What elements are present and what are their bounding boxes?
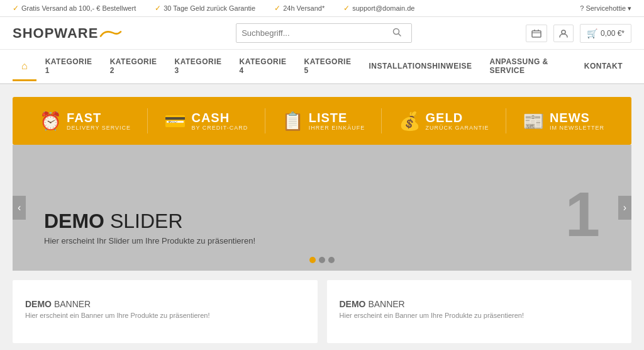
feature-liste-sub: IHRER EINKÄUFE bbox=[309, 125, 365, 131]
nav-item-0[interactable]: KATEGORIE 1 bbox=[36, 50, 101, 84]
banner-2-title-bold: DEMO bbox=[340, 299, 366, 309]
top-bar-label-4: support@domain.de bbox=[352, 4, 414, 12]
cart-icon: 🛒 bbox=[587, 28, 597, 38]
banner-1: DEMO BANNER Hier erscheint ein Banner um… bbox=[13, 280, 318, 343]
check-icon-4: ✓ bbox=[343, 4, 350, 13]
nav-item-3[interactable]: KATEGORIE 4 bbox=[231, 50, 296, 84]
divider-3 bbox=[381, 108, 382, 133]
check-icon-1: ✓ bbox=[13, 4, 19, 13]
divider-2 bbox=[265, 108, 265, 133]
nav-item-7[interactable]: KONTAKT bbox=[575, 54, 631, 80]
feature-geld: 💰 GELD ZURÜCK GARANTIE bbox=[399, 111, 489, 132]
top-bar-item-1: ✓ Gratis Versand ab 100,- € Bestellwert bbox=[13, 4, 136, 13]
feature-news-title: NEWS bbox=[550, 111, 604, 125]
slider-title-light: SLIDER bbox=[104, 210, 182, 232]
banner-1-title: DEMO BANNER bbox=[25, 299, 305, 309]
account-button[interactable] bbox=[553, 25, 574, 42]
feature-fast-sub: DELIVERY SERVICE bbox=[67, 125, 131, 131]
feature-fast-text: FAST DELIVERY SERVICE bbox=[67, 111, 131, 131]
main-content: ⏰ FAST DELIVERY SERVICE 💳 CASH BY CREDIT… bbox=[0, 84, 644, 350]
navigation: ⌂ KATEGORIE 1 KATEGORIE 2 KATEGORIE 3 KA… bbox=[0, 50, 644, 84]
feature-liste: 📋 LISTE IHRER EINKÄUFE bbox=[282, 111, 365, 132]
slider-text: DEMO SLIDER Hier erscheint Ihr Slider um… bbox=[44, 210, 255, 246]
account-link[interactable]: ? Servicehottie ▾ bbox=[580, 4, 631, 13]
news-icon: 📰 bbox=[523, 111, 545, 132]
slider-content: DEMO SLIDER Hier erscheint Ihr Slider um… bbox=[13, 145, 631, 271]
feature-liste-text: LISTE IHRER EINKÄUFE bbox=[309, 111, 365, 131]
banner-2-subtitle: Hier erscheint ein Banner um Ihre Produk… bbox=[340, 312, 619, 319]
logo-text: SHOPWARE bbox=[13, 25, 98, 42]
header: SHOPWARE bbox=[0, 17, 644, 50]
feature-geld-title: GELD bbox=[426, 111, 489, 125]
slider-next-button[interactable]: › bbox=[618, 196, 631, 220]
feature-news-sub: IM NEWSLETTER bbox=[550, 125, 604, 131]
top-bar-item-4: ✓ support@domain.de bbox=[343, 4, 414, 13]
search-input[interactable] bbox=[242, 24, 392, 42]
slider-number: 1 bbox=[565, 183, 600, 246]
feature-news-text: NEWS IM NEWSLETTER bbox=[550, 111, 604, 131]
banner-2-title: DEMO BANNER bbox=[340, 299, 619, 309]
banner-2-title-light: BANNER bbox=[366, 299, 405, 309]
nav-home[interactable]: ⌂ bbox=[13, 53, 36, 81]
money-icon: 💰 bbox=[399, 111, 421, 132]
banner-1-title-bold: DEMO bbox=[25, 299, 52, 309]
top-bar-label-3: 24h Versand* bbox=[283, 4, 325, 12]
svg-point-6 bbox=[562, 30, 565, 34]
slider-subtitle: Hier erscheint Ihr Slider um Ihre Produk… bbox=[44, 236, 255, 246]
feature-liste-title: LISTE bbox=[309, 111, 365, 125]
banner-2: DEMO BANNER Hier erscheint ein Banner um… bbox=[327, 280, 632, 343]
slider-title: DEMO SLIDER bbox=[44, 210, 255, 233]
feature-cash-sub: BY CREDIT-CARD bbox=[191, 125, 248, 131]
slider: ‹ DEMO SLIDER Hier erscheint Ihr Slider … bbox=[13, 145, 631, 271]
top-bar-item-3: ✓ 24h Versand* bbox=[274, 4, 325, 13]
list-icon: 📋 bbox=[282, 111, 304, 132]
feature-fast-title: FAST bbox=[67, 111, 131, 125]
feature-geld-sub: ZURÜCK GARANTIE bbox=[426, 125, 489, 131]
slider-dot-1[interactable] bbox=[309, 257, 316, 263]
svg-line-1 bbox=[399, 34, 401, 37]
feature-cash-title: CASH bbox=[191, 111, 248, 125]
top-bar-label-2: 30 Tage Geld zurück Garantie bbox=[164, 4, 255, 12]
search-bar[interactable] bbox=[236, 23, 412, 43]
feature-bar: ⏰ FAST DELIVERY SERVICE 💳 CASH BY CREDIT… bbox=[13, 97, 631, 145]
cart-price: 0,00 €* bbox=[601, 29, 625, 38]
slider-dot-3[interactable] bbox=[328, 257, 335, 263]
home-icon: ⌂ bbox=[21, 60, 28, 71]
divider-1 bbox=[147, 108, 148, 133]
search-button[interactable] bbox=[392, 28, 401, 38]
check-icon-2: ✓ bbox=[155, 4, 161, 13]
chevron-down-icon: ▾ bbox=[628, 4, 631, 13]
slider-title-bold: DEMO bbox=[44, 210, 104, 232]
nav-item-1[interactable]: KATEGORIE 2 bbox=[101, 50, 166, 84]
top-bar: ✓ Gratis Versand ab 100,- € Bestellwert … bbox=[0, 0, 644, 17]
svg-rect-2 bbox=[532, 31, 541, 37]
check-icon-3: ✓ bbox=[274, 4, 280, 13]
account-label: ? Servicehottie bbox=[580, 4, 626, 12]
nav-item-5[interactable]: INSTALLATIONSHINWEISE bbox=[360, 54, 480, 80]
logo[interactable]: SHOPWARE bbox=[13, 25, 122, 42]
top-bar-item-2: ✓ 30 Tage Geld zurück Garantie bbox=[155, 4, 255, 13]
feature-cash: 💳 CASH BY CREDIT-CARD bbox=[164, 111, 248, 132]
feature-cash-text: CASH BY CREDIT-CARD bbox=[191, 111, 248, 131]
cart-button[interactable]: 🛒 0,00 €* bbox=[580, 24, 631, 43]
top-bar-label-1: Gratis Versand ab 100,- € Bestellwert bbox=[21, 4, 136, 12]
nav-item-4[interactable]: KATEGORIE 5 bbox=[295, 50, 360, 84]
creditcard-icon: 💳 bbox=[164, 111, 186, 132]
slider-prev-button[interactable]: ‹ bbox=[13, 196, 26, 220]
nav-item-6[interactable]: ANPASSUNG & SERVICE bbox=[481, 50, 575, 84]
feature-fast: ⏰ FAST DELIVERY SERVICE bbox=[40, 111, 131, 132]
top-bar-items: ✓ Gratis Versand ab 100,- € Bestellwert … bbox=[13, 4, 414, 13]
slider-dots bbox=[309, 257, 335, 263]
divider-4 bbox=[506, 108, 506, 133]
banner-1-title-light: BANNER bbox=[52, 299, 91, 309]
wishlist-button[interactable] bbox=[526, 25, 547, 42]
clock-icon: ⏰ bbox=[40, 111, 62, 132]
banner-1-subtitle: Hier erscheint ein Banner um Ihre Produk… bbox=[25, 312, 305, 319]
logo-swoosh bbox=[99, 28, 122, 38]
banner-row: DEMO BANNER Hier erscheint ein Banner um… bbox=[13, 280, 631, 343]
feature-news: 📰 NEWS IM NEWSLETTER bbox=[523, 111, 604, 132]
slider-dot-2[interactable] bbox=[319, 257, 325, 263]
nav-item-2[interactable]: KATEGORIE 3 bbox=[166, 50, 231, 84]
feature-geld-text: GELD ZURÜCK GARANTIE bbox=[426, 111, 489, 131]
header-actions: 🛒 0,00 €* bbox=[526, 24, 631, 43]
